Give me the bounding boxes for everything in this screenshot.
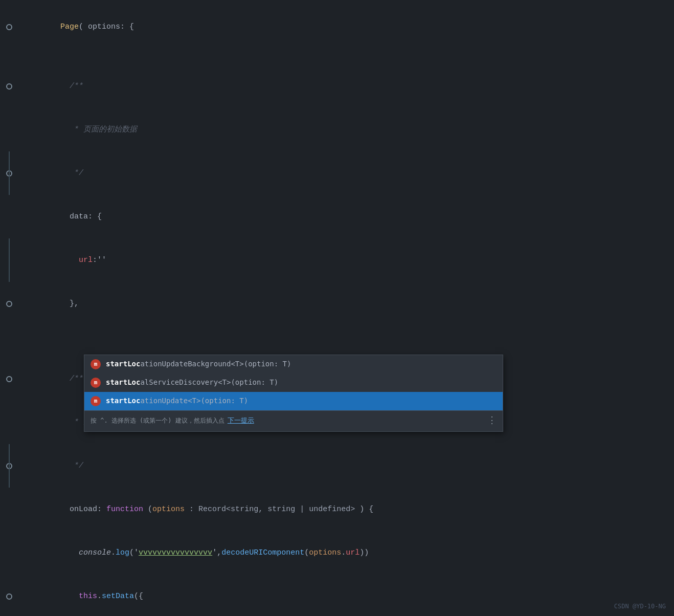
code-line [0,325,674,341]
gutter [0,64,18,108]
code-line: console.log('vvvvvvvvvvvvvvvv',decodeURI… [0,531,674,575]
token: setData [102,592,134,601]
token: : { [120,23,134,31]
token: ( [143,505,152,514]
autocomplete-completion: ationUpdateBackground<T>(option: T) [140,360,291,368]
autocomplete-item[interactable]: m startLocalServiceDiscovery<T>(option: … [84,373,503,392]
gutter [0,282,18,325]
code-line: onLoad: function (options : Record<strin… [0,488,674,531]
token: options [152,505,185,514]
gutter [0,325,18,341]
gutter [0,575,18,616]
gutter [0,357,18,401]
token: onLoad [60,505,97,514]
token: options [88,23,120,31]
token: : Record<string, string | undefined> [189,505,355,514]
gutter [0,108,18,151]
gutter [0,195,18,238]
gutter [0,401,18,444]
gutter-dot [6,376,12,382]
token: url [60,256,93,265]
token: */ [60,169,83,178]
code-content: Page( options: { [18,5,674,49]
token: this [60,592,97,601]
token: /** [60,82,83,91]
token [185,505,189,514]
gutter [0,238,18,282]
code-content [18,49,674,64]
code-content: url:'' [18,238,674,282]
gutter [0,531,18,575]
autocomplete-more-button[interactable]: ⋮ [487,413,497,429]
code-content: */ [18,444,674,488]
gutter [0,5,18,49]
ellipsis-icon: ⋮ [487,413,497,429]
code-content: data: { [18,195,674,238]
code-line: data: { [0,195,674,238]
autocomplete-item-text: startLocalServiceDiscovery<T>(option: T) [106,377,497,388]
autocomplete-method-icon: m [91,396,101,406]
autocomplete-item[interactable]: m startLocationUpdateBackground<T>(optio… [84,355,503,373]
token: Page [60,23,79,31]
gutter [0,444,18,488]
token: )) [360,548,369,557]
gutter-dot [6,24,12,30]
token: url [346,548,360,557]
token [60,548,79,557]
token: log [116,548,129,557]
gutter-dot [6,83,12,90]
token: ', [212,548,221,557]
gutter-line [9,151,10,195]
token: ) { [355,505,373,514]
autocomplete-footer: 按 ^. 选择所选 (或第一个) 建议，然后插入点 下一提示 ⋮ [84,410,503,431]
code-content: * 页面的初始数据 [18,108,674,151]
token: */ [60,461,83,470]
code-content: }, [18,282,674,325]
gutter [0,341,18,357]
code-line: * 页面的初始数据 [0,108,674,151]
token: ({ [134,592,143,601]
gutter [0,488,18,531]
token: ( [304,548,309,557]
token: console [79,548,111,557]
code-line [0,49,674,64]
code-content: onLoad: function (options : Record<strin… [18,488,674,531]
autocomplete-next-hint-link[interactable]: 下一提示 [228,415,254,426]
token: ( [79,23,88,31]
code-content: this.setData({ [18,575,674,616]
autocomplete-completion: alServiceDiscovery<T>(option: T) [140,378,278,386]
token: }, [60,299,79,308]
code-content: console.log('vvvvvvvvvvvvvvvv',decodeURI… [18,531,674,575]
autocomplete-item-selected[interactable]: m startLocationUpdate<T>(option: T) [84,392,503,410]
code-line: this.setData({ [0,575,674,616]
code-line: */ [0,151,674,195]
token: * 页面的初始数据 [60,125,137,134]
code-line: }, [0,282,674,325]
code-line: */ [0,444,674,488]
autocomplete-match: startLoc [106,378,140,386]
code-content [18,325,674,341]
token: . [341,548,346,557]
autocomplete-method-icon: m [91,378,101,388]
gutter-line [9,238,10,282]
token: decodeURIComponent [221,548,304,557]
token: (' [129,548,139,557]
editor-container: Page( options: { /** * 页面的初始数据 [0,0,674,616]
autocomplete-match: startLoc [106,397,140,405]
watermark: CSDN @YD-10-NG [614,603,666,610]
autocomplete-item-text: startLocationUpdate<T>(option: T) [106,395,497,407]
autocomplete-hint: 按 ^. 选择所选 (或第一个) 建议，然后插入点 下一提示 [91,415,254,426]
code-line: url:'' [0,238,674,282]
autocomplete-item-text: startLocationUpdateBackground<T>(option:… [106,358,497,370]
token: : { [88,212,102,221]
token: :'' [93,256,106,265]
token: . [111,548,116,557]
autocomplete-match: startLoc [106,360,140,368]
token: options [309,548,341,557]
autocomplete-dropdown: m startLocationUpdateBackground<T>(optio… [84,355,503,432]
token: function [106,505,143,514]
code-line: /** [0,64,674,108]
autocomplete-hint-text: 按 ^. 选择所选 (或第一个) 建议，然后插入点 [91,416,224,426]
gutter-dot [6,301,12,307]
token: vvvvvvvvvvvvvvvv [139,548,212,557]
